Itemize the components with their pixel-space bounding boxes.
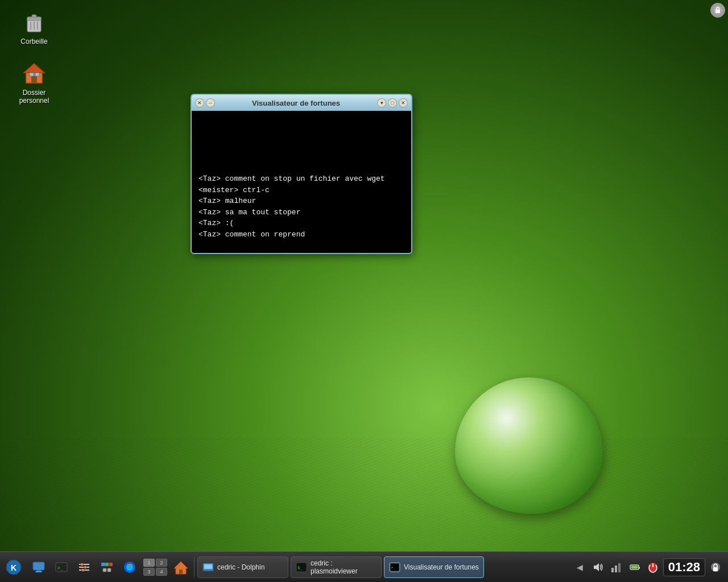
taskbar-network-icon[interactable]	[97, 557, 117, 577]
svg-text:$_: $_	[297, 566, 303, 570]
svg-rect-29	[107, 568, 111, 572]
window-minimize-button[interactable]: –	[206, 98, 215, 107]
tray-volume-icon[interactable]	[590, 559, 606, 575]
taskbar-separator-1	[194, 557, 195, 577]
svg-rect-33	[179, 569, 183, 574]
taskbar-settings-icon[interactable]	[74, 557, 94, 577]
svg-rect-26	[105, 563, 109, 566]
task-terminal-label: cedric :plasmoidviewer	[311, 559, 358, 575]
svg-rect-0	[715, 10, 720, 13]
kde-menu-button[interactable]: K	[2, 556, 25, 579]
fortune-line-3: <Taz> malheur	[198, 196, 404, 207]
svg-rect-27	[109, 563, 113, 566]
svg-point-24	[82, 568, 85, 571]
fortune-line-4: <Taz> sa ma tout stoper	[198, 207, 404, 218]
window-x-button[interactable]: ✕	[399, 98, 408, 107]
svg-marker-9	[24, 64, 44, 73]
svg-text:>_: >_	[391, 566, 395, 569]
fortune-window: ✕ – Visualisateur de fortunes ▾ □ ✕	[191, 94, 412, 254]
window-buttons-left: ✕ –	[195, 98, 215, 107]
svg-rect-35	[204, 564, 212, 569]
fortune-titlebar: ✕ – Visualisateur de fortunes ▾ □ ✕	[192, 95, 411, 111]
svg-rect-3	[32, 15, 36, 17]
svg-rect-52	[713, 567, 718, 571]
svg-rect-16	[35, 571, 42, 572]
task-fortune[interactable]: >_ Visualisateur de fortunes	[384, 556, 484, 578]
svg-rect-47	[639, 567, 640, 569]
svg-rect-50	[652, 563, 653, 567]
tray-lock-screen-icon[interactable]	[708, 559, 723, 575]
tray-arrow-button[interactable]: ◀	[572, 559, 588, 575]
svg-rect-11	[35, 73, 39, 76]
desktop-2[interactable]: 2	[156, 559, 167, 567]
fortune-window-title: Visualisateur de fortunes	[215, 99, 377, 107]
task-dolphin[interactable]: cedric - Dolphin	[197, 556, 288, 578]
system-tray: ◀	[572, 558, 728, 576]
desktop: Corbeille Dossierpersonnel ✕	[0, 0, 728, 582]
svg-rect-10	[30, 73, 34, 76]
svg-point-22	[81, 563, 84, 566]
tray-battery-icon[interactable]	[627, 559, 643, 575]
fortune-line-1: <Taz> comment on stop un fichier avec wg…	[198, 173, 404, 185]
leaf-texture	[0, 438, 728, 551]
trash-label: Corbeille	[20, 38, 47, 45]
svg-rect-45	[618, 563, 621, 572]
home-folder-icon-image	[20, 59, 48, 86]
svg-rect-36	[203, 570, 213, 571]
taskbar-terminal-icon[interactable]: >_	[51, 557, 72, 577]
svg-text:K: K	[11, 563, 16, 572]
svg-rect-28	[103, 568, 106, 572]
desktop-3[interactable]: 3	[143, 568, 155, 576]
svg-text:>_: >_	[57, 566, 63, 571]
taskbar-firefox-icon[interactable]	[119, 557, 140, 577]
window-roll-button[interactable]: ▾	[377, 98, 386, 107]
taskbar: K >_	[0, 551, 728, 582]
trash-icon-image	[20, 8, 48, 35]
water-drop-decoration	[455, 377, 603, 514]
svg-rect-43	[611, 568, 614, 572]
window-close-button[interactable]: ✕	[195, 98, 204, 107]
fortune-task-icon: >_	[389, 562, 400, 573]
fortune-content: <Taz> comment on stop un fichier avec wg…	[192, 111, 411, 253]
fortune-line-5: <Taz> :(	[198, 218, 404, 229]
trash-icon[interactable]: Corbeille	[11, 6, 57, 48]
dolphin-task-icon	[202, 562, 214, 573]
svg-rect-48	[631, 566, 638, 568]
window-buttons-right: ▾ □ ✕	[377, 98, 408, 107]
terminal-task-icon: $_	[296, 562, 307, 573]
home-folder-label: Dossierpersonnel	[19, 89, 49, 105]
fortune-line-2: <meister> ctrl-c	[198, 185, 404, 196]
tray-power-icon[interactable]	[645, 559, 661, 575]
desktop-switcher: 1 2 3 4	[143, 559, 167, 576]
svg-rect-14	[33, 562, 44, 570]
taskbar-computer-icon[interactable]	[28, 557, 49, 577]
task-dolphin-label: cedric - Dolphin	[217, 563, 264, 571]
svg-rect-25	[101, 563, 105, 566]
home-folder-icon[interactable]: Dossierpersonnel	[11, 57, 57, 107]
tray-network-icon[interactable]	[609, 559, 624, 575]
svg-rect-2	[27, 17, 41, 20]
clock[interactable]: 01:28	[663, 558, 705, 576]
task-fortune-label: Visualisateur de fortunes	[404, 563, 479, 571]
svg-point-23	[84, 566, 87, 568]
taskbar-home-button[interactable]	[171, 557, 191, 577]
task-terminal[interactable]: $_ cedric :plasmoidviewer	[291, 556, 382, 578]
desktop-4[interactable]: 4	[156, 568, 167, 576]
window-max-button[interactable]: □	[388, 98, 397, 107]
fortune-line-6: <Taz> comment on reprend	[198, 229, 404, 240]
desktop-1[interactable]: 1	[143, 559, 155, 567]
svg-rect-44	[615, 566, 617, 572]
svg-rect-8	[31, 76, 37, 83]
lock-indicator[interactable]	[710, 3, 725, 18]
svg-marker-42	[594, 563, 599, 571]
